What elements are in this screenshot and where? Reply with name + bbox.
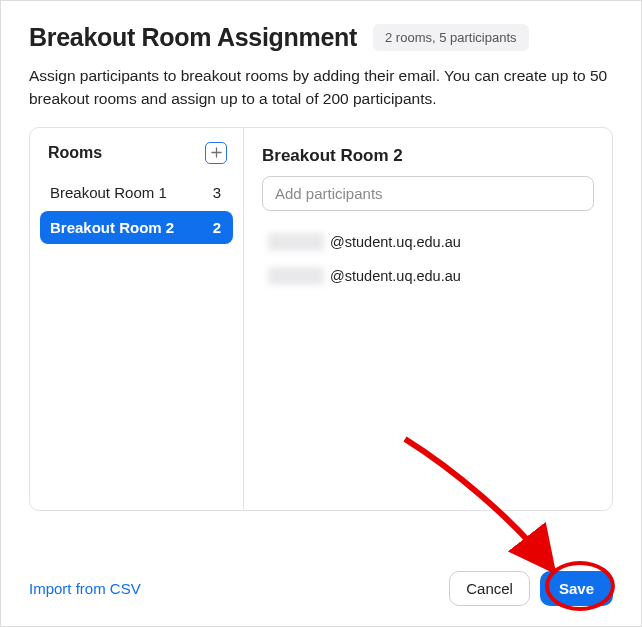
room-count: 3	[213, 184, 221, 201]
redacted-name	[268, 233, 324, 251]
room-name: Breakout Room 1	[50, 184, 167, 201]
assignment-panel: Rooms Breakout Room 1 3 Breakout Room 2 …	[29, 127, 613, 511]
add-participants-input[interactable]	[262, 176, 594, 211]
rooms-heading: Rooms	[48, 144, 102, 162]
description: Assign participants to breakout rooms by…	[29, 64, 613, 111]
header: Breakout Room Assignment 2 rooms, 5 part…	[29, 23, 613, 52]
participant-row: @student.uq.edu.au	[262, 229, 594, 263]
room-detail-column: Breakout Room 2 @student.uq.edu.au @stud…	[244, 128, 612, 510]
participant-email-domain: @student.uq.edu.au	[330, 234, 461, 250]
room-detail-title: Breakout Room 2	[262, 146, 594, 166]
page-title: Breakout Room Assignment	[29, 23, 357, 52]
room-item[interactable]: Breakout Room 1 3	[40, 176, 233, 209]
participant-row: @student.uq.edu.au	[262, 263, 594, 297]
room-name: Breakout Room 2	[50, 219, 174, 236]
participant-email-domain: @student.uq.edu.au	[330, 268, 461, 284]
breakout-room-modal: Breakout Room Assignment 2 rooms, 5 part…	[0, 0, 642, 627]
redacted-name	[268, 267, 324, 285]
plus-icon	[211, 147, 222, 158]
rooms-column: Rooms Breakout Room 1 3 Breakout Room 2 …	[30, 128, 244, 510]
rooms-header: Rooms	[40, 142, 233, 176]
footer-buttons: Cancel Save	[449, 571, 613, 606]
room-item[interactable]: Breakout Room 2 2	[40, 211, 233, 244]
add-room-button[interactable]	[205, 142, 227, 164]
footer: Import from CSV Cancel Save	[29, 571, 613, 606]
save-button[interactable]: Save	[540, 571, 613, 606]
summary-pill: 2 rooms, 5 participants	[373, 24, 529, 51]
cancel-button[interactable]: Cancel	[449, 571, 530, 606]
room-count: 2	[213, 219, 221, 236]
import-from-csv-link[interactable]: Import from CSV	[29, 580, 141, 597]
